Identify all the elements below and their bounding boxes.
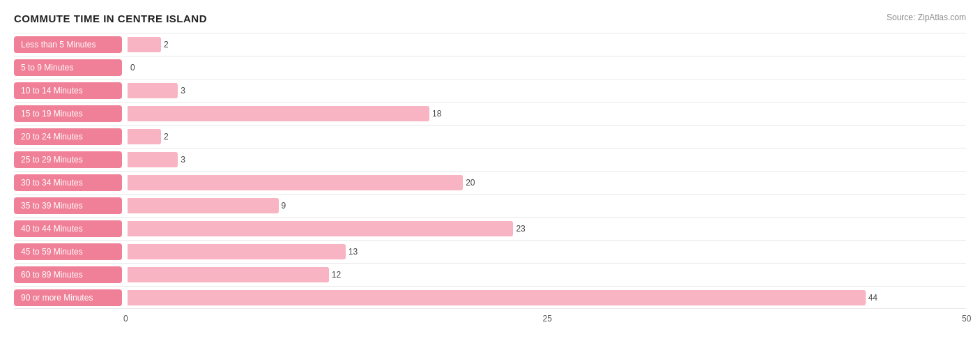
bar-track: 2 xyxy=(128,126,966,148)
bar-value-label: 3 xyxy=(181,155,185,165)
bar-track: 23 xyxy=(128,218,966,240)
x-tick: 25 xyxy=(543,314,552,324)
bar-row: 15 to 19 Minutes18 xyxy=(14,102,966,125)
chart-source: Source: ZipAtlas.com xyxy=(887,13,966,22)
bar-label: 10 to 14 Minutes xyxy=(14,82,122,99)
bar-track: 13 xyxy=(128,241,966,263)
bar-row: Less than 5 Minutes2 xyxy=(14,33,966,56)
bar-track: 44 xyxy=(128,287,966,308)
bar-label: 30 to 34 Minutes xyxy=(14,174,122,191)
bar-value-label: 0 xyxy=(130,63,135,73)
bar-value-label: 20 xyxy=(466,178,475,188)
bar-fill xyxy=(128,175,463,190)
bar-row: 60 to 89 Minutes12 xyxy=(14,263,966,286)
bar-fill xyxy=(128,129,161,144)
bar-value-label: 3 xyxy=(181,86,185,96)
bar-label: 20 to 24 Minutes xyxy=(14,128,122,145)
bar-value-label: 12 xyxy=(332,270,341,280)
bar-fill xyxy=(128,37,161,52)
x-axis: 02550 xyxy=(128,312,966,326)
bar-row: 5 to 9 Minutes0 xyxy=(14,56,966,79)
bar-fill xyxy=(128,152,178,167)
bar-row: 10 to 14 Minutes3 xyxy=(14,79,966,102)
bar-track: 12 xyxy=(128,264,966,286)
bar-fill xyxy=(128,267,329,282)
bar-label: 60 to 89 Minutes xyxy=(14,266,122,283)
bar-track: 18 xyxy=(128,103,966,125)
chart-body: Less than 5 Minutes25 to 9 Minutes010 to… xyxy=(14,33,966,309)
bar-label: 25 to 29 Minutes xyxy=(14,151,122,168)
bar-fill xyxy=(128,83,178,98)
chart-container: COMMUTE TIME IN CENTRE ISLAND Source: Zi… xyxy=(0,0,980,364)
bar-track: 20 xyxy=(128,172,966,194)
bar-label: 5 to 9 Minutes xyxy=(14,59,122,76)
bar-track: 3 xyxy=(128,79,966,102)
bar-track: 9 xyxy=(128,195,966,217)
x-tick: 50 xyxy=(962,314,971,324)
bar-label: 45 to 59 Minutes xyxy=(14,243,122,260)
bar-value-label: 23 xyxy=(516,224,525,234)
bar-track: 2 xyxy=(128,33,966,56)
bar-fill xyxy=(128,106,429,121)
bar-row: 45 to 59 Minutes13 xyxy=(14,240,966,263)
bar-fill xyxy=(128,244,346,259)
bar-label: 40 to 44 Minutes xyxy=(14,220,122,237)
bar-value-label: 2 xyxy=(164,132,169,142)
bar-value-label: 18 xyxy=(432,109,441,119)
bar-row: 25 to 29 Minutes3 xyxy=(14,148,966,171)
chart-header: COMMUTE TIME IN CENTRE ISLAND Source: Zi… xyxy=(14,13,966,24)
bar-row: 30 to 34 Minutes20 xyxy=(14,171,966,194)
bar-label: 90 or more Minutes xyxy=(14,289,122,306)
bar-value-label: 2 xyxy=(164,40,169,50)
chart-title: COMMUTE TIME IN CENTRE ISLAND xyxy=(14,13,207,24)
bar-fill xyxy=(128,290,866,305)
bar-value-label: 44 xyxy=(868,293,878,303)
bar-label: Less than 5 Minutes xyxy=(14,36,122,53)
bar-row: 40 to 44 Minutes23 xyxy=(14,217,966,240)
bar-fill xyxy=(128,198,279,213)
bar-row: 20 to 24 Minutes2 xyxy=(14,125,966,148)
x-tick: 0 xyxy=(123,314,128,324)
bar-track: 0 xyxy=(128,56,966,79)
bar-fill xyxy=(128,221,513,236)
bar-value-label: 13 xyxy=(349,247,358,257)
bar-row: 35 to 39 Minutes9 xyxy=(14,194,966,217)
bar-label: 15 to 19 Minutes xyxy=(14,105,122,122)
bar-label: 35 to 39 Minutes xyxy=(14,197,122,214)
bar-track: 3 xyxy=(128,149,966,171)
bar-row: 90 or more Minutes44 xyxy=(14,286,966,309)
bar-value-label: 9 xyxy=(282,201,286,211)
